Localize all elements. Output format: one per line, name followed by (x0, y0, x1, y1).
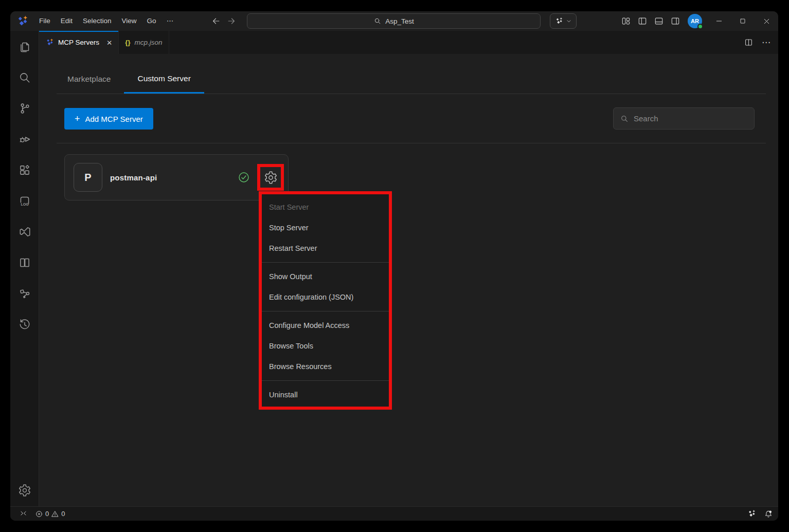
server-search-input[interactable] (634, 114, 748, 123)
menu-separator (262, 311, 389, 311)
menu-item-show-output[interactable]: Show Output (262, 266, 389, 287)
svg-text:LOG: LOG (21, 203, 29, 207)
window-close-button[interactable] (755, 11, 778, 31)
server-settings-gear-icon[interactable] (264, 171, 278, 185)
tab-marketplace[interactable]: Marketplace (54, 65, 124, 94)
menu-edit[interactable]: Edit (56, 14, 78, 28)
menu-item-start-server: Start Server (262, 197, 389, 217)
screenshot-stage: File Edit Selection View Go ⋯ Asp_Test (0, 0, 789, 532)
window-maximize-button[interactable] (731, 11, 755, 31)
extensions-icon[interactable] (12, 155, 37, 185)
source-control-icon[interactable] (12, 94, 37, 123)
window-minimize-button[interactable] (707, 11, 731, 31)
history-icon[interactable] (12, 309, 37, 339)
run-debug-icon[interactable] (12, 124, 37, 154)
toggle-secondary-sidebar-icon[interactable] (667, 13, 684, 29)
menu-go[interactable]: Go (142, 14, 162, 28)
menu-item-configure-model-access[interactable]: Configure Model Access (262, 315, 389, 336)
server-name: postman-api (110, 173, 157, 182)
menu-selection[interactable]: Selection (78, 14, 117, 28)
chevron-down-icon (565, 17, 572, 25)
online-status-dot (697, 24, 703, 29)
visual-studio-icon[interactable] (12, 217, 37, 247)
server-search-box[interactable] (613, 107, 755, 130)
command-center-value: Asp_Test (385, 17, 414, 25)
editor-actions-more-icon[interactable]: ⋯ (762, 37, 771, 48)
menu-separator (262, 380, 389, 381)
tab-custom-server[interactable]: Custom Server (124, 65, 204, 94)
server-gear-annotation-box (257, 164, 284, 191)
split-editor-icon[interactable] (744, 38, 754, 47)
customize-layout-icon[interactable] (618, 13, 634, 29)
problems-indicator[interactable]: 0 0 (31, 507, 68, 521)
menu-item-browse-tools[interactable]: Browse Tools (262, 336, 389, 356)
explorer-icon[interactable] (12, 32, 37, 62)
book-reader-icon[interactable] (12, 248, 37, 278)
menu-item-restart-server[interactable]: Restart Server (262, 238, 389, 259)
log-output-icon[interactable]: LOG (12, 186, 37, 216)
activity-bar: LOG (10, 31, 39, 506)
nav-back-icon[interactable] (211, 16, 221, 26)
content-divider (57, 143, 766, 143)
add-mcp-server-button[interactable]: + Add MCP Server (64, 108, 153, 130)
menu-view[interactable]: View (117, 14, 142, 28)
nav-forward-icon[interactable] (226, 16, 237, 26)
mcp-view-tabs: Marketplace Custom Server (54, 65, 204, 94)
tab-mcp-servers[interactable]: MCP Servers ✕ (39, 31, 119, 54)
account-avatar[interactable]: AR (688, 14, 702, 28)
toggle-sidebar-icon[interactable] (634, 13, 651, 29)
mcp-servers-view: Marketplace Custom Server + Add MCP Serv… (39, 54, 778, 506)
brand-diamond-icon (554, 16, 564, 26)
menu-item-stop-server[interactable]: Stop Server (262, 217, 389, 238)
server-avatar: P (74, 163, 102, 192)
tabs-divider (57, 94, 766, 94)
status-bar: 0 0 (10, 506, 778, 521)
copilot-menu-button[interactable] (550, 13, 577, 29)
app-logo-icon (14, 15, 30, 28)
search-icon (620, 114, 629, 123)
app-window: File Edit Selection View Go ⋯ Asp_Test (10, 11, 778, 521)
error-count: 0 (45, 510, 49, 518)
server-context-menu: Start Server Stop Server Restart Server … (259, 191, 392, 410)
brand-diamond-status-icon[interactable] (747, 509, 757, 519)
editor-tab-strip: MCP Servers ✕ {} mcp.json ⋯ (39, 31, 778, 54)
error-icon (35, 510, 43, 518)
warning-icon (51, 510, 59, 518)
menu-item-uninstall[interactable]: Uninstall (262, 384, 389, 405)
menu-item-edit-configuration[interactable]: Edit configuration (JSON) (262, 287, 389, 307)
menu-item-browse-resources[interactable]: Browse Resources (262, 356, 389, 377)
notifications-bell-icon[interactable] (764, 509, 773, 519)
warning-count: 0 (61, 510, 65, 518)
json-file-icon: {} (125, 39, 130, 46)
server-running-check-icon (238, 171, 250, 184)
node-graph-icon[interactable] (12, 279, 37, 308)
mcp-tab-logo-icon (45, 38, 54, 47)
menu-file[interactable]: File (34, 14, 56, 28)
tab-close-icon[interactable]: ✕ (106, 39, 112, 47)
title-bar: File Edit Selection View Go ⋯ Asp_Test (10, 11, 778, 31)
menu-overflow[interactable]: ⋯ (162, 14, 179, 28)
server-card-postman-api[interactable]: P postman-api (64, 154, 289, 200)
remote-indicator-icon[interactable] (15, 507, 31, 521)
search-icon[interactable] (12, 63, 37, 93)
toggle-panel-icon[interactable] (651, 13, 667, 29)
plus-icon: + (75, 114, 80, 123)
menu-separator (262, 262, 389, 263)
settings-gear-icon[interactable] (12, 475, 37, 505)
tab-mcp-json[interactable]: {} mcp.json (119, 31, 169, 54)
command-center-search[interactable]: Asp_Test (247, 13, 541, 29)
